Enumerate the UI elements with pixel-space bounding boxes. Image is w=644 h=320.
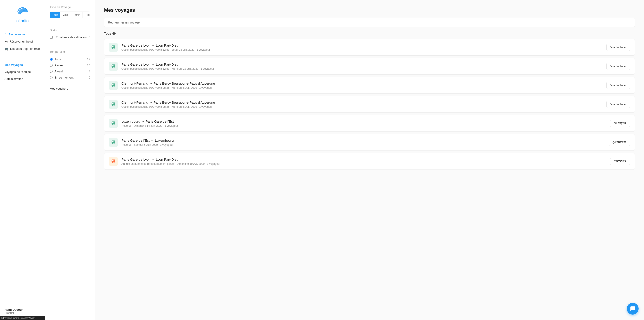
- temporalite-item-en-ce-moment: En ce moment 0: [50, 75, 90, 81]
- trip-info: Paris Gare de l'Est → Luxembourg Réservé…: [122, 139, 605, 146]
- trip-icon-wrap: [109, 100, 118, 109]
- svg-rect-1: [112, 46, 113, 47]
- trip-icon-wrap: [109, 119, 118, 128]
- statut-checkbox[interactable]: [50, 36, 53, 39]
- trip-card: Luxembourg → Paris Gare de l'Est Réservé…: [104, 115, 635, 132]
- trip-meta: Option posée jusqu'au 02/07/20 à 08:25 ·…: [122, 105, 603, 108]
- temporalite-item-label: Passé: [54, 64, 63, 67]
- svg-rect-48: [112, 162, 114, 162]
- trip-meta: Réservé · Samedi 6 Juin 2020 · 1 voyageu…: [122, 143, 605, 146]
- svg-rect-24: [112, 105, 115, 105]
- temporalite-radio-label[interactable]: En ce moment: [50, 76, 74, 79]
- svg-rect-45: [112, 162, 115, 162]
- trip-info: Clermont-Ferrand → Paris Bercy Bourgogne…: [122, 101, 603, 108]
- temporalite-count: 19: [87, 58, 90, 61]
- trip-meta: Option posée jusqu'au 02/07/20 à 12:51 ·…: [122, 67, 603, 70]
- trip-card: Paris Gare de Lyon → Lyon Part-Dieu Opti…: [104, 58, 635, 75]
- sidebar-item-new-flight[interactable]: ✈ Nouveau vol: [4, 31, 40, 38]
- svg-rect-20: [112, 86, 114, 87]
- temporalite-radio-label[interactable]: À venir: [50, 70, 64, 73]
- svg-rect-17: [112, 86, 115, 86]
- temporalite-item-label: Tous: [54, 58, 60, 61]
- search-input[interactable]: [104, 18, 635, 27]
- booking-code-button[interactable]: QYNWEM: [609, 139, 630, 146]
- trip-card: Paris Gare de l'Est → Luxembourg Réservé…: [104, 134, 635, 151]
- voir-le-trajet-button[interactable]: Voir Le Trajet: [606, 63, 630, 70]
- svg-rect-29: [112, 122, 113, 123]
- temporalite-item-label: En ce moment: [54, 76, 74, 79]
- trip-meta: Réservé · Dimanche 14 Juin 2020 · 1 voya…: [122, 124, 606, 127]
- trip-action: Voir Le Trajet: [606, 101, 630, 108]
- trip-action: Voir Le Trajet: [606, 44, 630, 51]
- statut-section: Statut En attente de validation 0: [50, 29, 90, 40]
- temporalite-item-passe: Passé 15: [50, 62, 90, 68]
- trips-container: Paris Gare de Lyon → Lyon Part-Dieu Opti…: [104, 39, 635, 170]
- svg-rect-37: [114, 141, 114, 142]
- sidebar-item-mes-voyages[interactable]: Mes voyages: [4, 61, 40, 68]
- tab-hotels[interactable]: Hotels: [70, 12, 83, 18]
- type-de-voyage-tabs: Tous Vols Hotels Trains: [50, 12, 90, 18]
- tab-vols[interactable]: Vols: [60, 12, 70, 18]
- trip-route: Paris Gare de Lyon → Lyon Part-Dieu: [122, 158, 606, 161]
- train-trip-icon: [111, 64, 116, 69]
- tab-tous[interactable]: Tous: [50, 12, 60, 18]
- svg-rect-41: [112, 143, 114, 143]
- svg-rect-3: [112, 48, 115, 48]
- sidebar-item-label: Nouveau trajet en train: [10, 47, 40, 51]
- sidebar-item-new-train[interactable]: 🚌 Nouveau trajet en train: [4, 45, 40, 52]
- tab-trains[interactable]: Trains: [83, 12, 90, 18]
- trip-action: SLCQYP: [610, 120, 630, 127]
- sidebar: okarito ✈ Nouveau vol 🛏 Réserver un hote…: [0, 0, 45, 320]
- statut-count: 0: [89, 36, 90, 39]
- train-icon: 🚌: [4, 47, 8, 51]
- voir-le-trajet-button[interactable]: Voir Le Trajet: [606, 101, 630, 108]
- type-de-voyage-section: Type de Voyage Tous Vols Hotels Trains: [50, 6, 90, 18]
- temporalite-radio-en-ce-moment[interactable]: [50, 76, 53, 79]
- trip-card: Clermont-Ferrand → Paris Bercy Bourgogne…: [104, 77, 635, 94]
- svg-rect-2: [114, 46, 114, 47]
- temporalite-radio-tous[interactable]: [50, 58, 53, 61]
- temporalite-count: 4: [89, 70, 90, 73]
- trip-action: Voir Le Trajet: [606, 82, 630, 89]
- trip-icon-wrap: [109, 157, 118, 166]
- trip-card: Paris Gare de Lyon → Lyon Part-Dieu Opti…: [104, 39, 635, 56]
- train-trip-icon: [111, 83, 116, 88]
- logo-area: okarito: [4, 6, 40, 23]
- svg-rect-38: [112, 143, 115, 143]
- plane-icon: ✈: [4, 32, 7, 36]
- user-area: Rémi Duvoux Product: [4, 304, 40, 314]
- page-title: Mes voyages: [104, 7, 635, 13]
- svg-rect-8: [112, 65, 113, 66]
- trip-meta: Option posée jusqu'au 02/07/20 à 08:25 ·…: [122, 86, 603, 89]
- chat-button[interactable]: [627, 303, 638, 314]
- temporalite-radio-passe[interactable]: [50, 64, 53, 67]
- svg-rect-6: [112, 48, 114, 49]
- sidebar-item-label: Mes voyages: [4, 63, 23, 67]
- trip-route: Luxembourg → Paris Gare de l'Est: [122, 120, 606, 123]
- sidebar-item-admin[interactable]: Administration: [4, 75, 40, 82]
- train-trip-icon: [111, 121, 116, 126]
- vouchers-link[interactable]: Mes vouchers: [50, 87, 90, 90]
- trip-info: Luxembourg → Paris Gare de l'Est Réservé…: [122, 120, 606, 127]
- svg-rect-27: [112, 105, 114, 106]
- svg-rect-22: [112, 103, 113, 104]
- voir-le-trajet-button[interactable]: Voir Le Trajet: [606, 44, 630, 51]
- voir-le-trajet-button[interactable]: Voir Le Trajet: [606, 82, 630, 89]
- svg-rect-44: [114, 160, 114, 161]
- sidebar-item-book-hotel[interactable]: 🛏 Réserver un hotel: [4, 38, 40, 45]
- booking-code-button[interactable]: TBYOFX: [610, 158, 630, 165]
- booking-code-button[interactable]: SLCQYP: [610, 120, 630, 127]
- sidebar-divider: [4, 86, 40, 86]
- nav-secondary: Mes voyages Voyages de l'équipe Administ…: [4, 57, 40, 82]
- sidebar-item-team-voyages[interactable]: Voyages de l'équipe: [4, 68, 40, 75]
- trip-meta: Option posée jusqu'au 02/07/20 à 12:51 ·…: [122, 48, 603, 51]
- temporalite-radio-label[interactable]: Passé: [50, 64, 63, 67]
- temporalite-count: 0: [89, 76, 90, 79]
- temporalite-radio-a-venir[interactable]: [50, 70, 53, 73]
- trip-route: Paris Gare de Lyon → Lyon Part-Dieu: [122, 63, 603, 66]
- svg-rect-31: [112, 124, 115, 124]
- sidebar-item-label: Réserver un hotel: [10, 40, 33, 43]
- statut-checkbox-label[interactable]: En attente de validation: [50, 36, 86, 39]
- filter-panel: Type de Voyage Tous Vols Hotels Trains S…: [45, 0, 95, 320]
- temporalite-radio-label[interactable]: Tous: [50, 58, 60, 61]
